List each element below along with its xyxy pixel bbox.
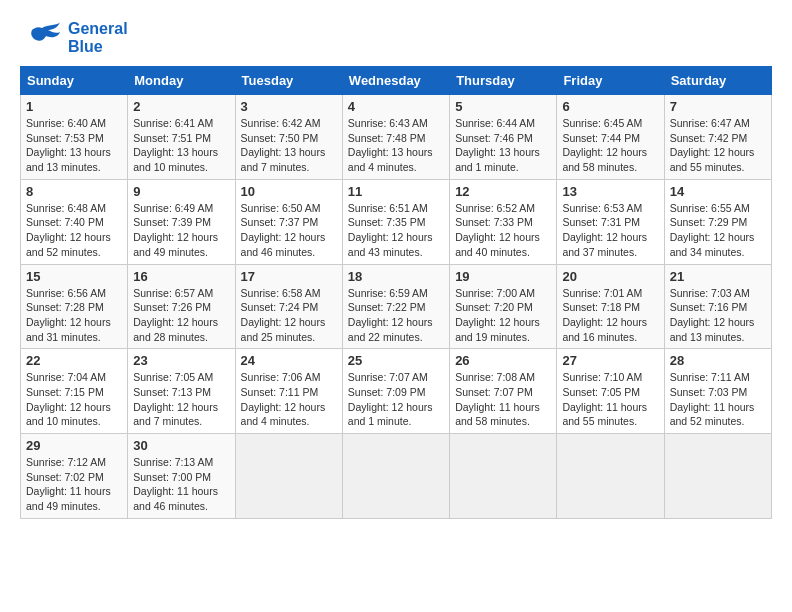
day-info: Sunrise: 7:06 AM Sunset: 7:11 PM Dayligh… — [241, 370, 337, 429]
day-info: Sunrise: 6:58 AM Sunset: 7:24 PM Dayligh… — [241, 286, 337, 345]
logo-icon — [20, 20, 64, 56]
day-number: 3 — [241, 99, 337, 114]
calendar-cell: 10Sunrise: 6:50 AM Sunset: 7:37 PM Dayli… — [235, 179, 342, 264]
day-number: 17 — [241, 269, 337, 284]
day-info: Sunrise: 6:44 AM Sunset: 7:46 PM Dayligh… — [455, 116, 551, 175]
day-info: Sunrise: 6:59 AM Sunset: 7:22 PM Dayligh… — [348, 286, 444, 345]
day-number: 11 — [348, 184, 444, 199]
day-info: Sunrise: 7:08 AM Sunset: 7:07 PM Dayligh… — [455, 370, 551, 429]
calendar-cell: 13Sunrise: 6:53 AM Sunset: 7:31 PM Dayli… — [557, 179, 664, 264]
calendar-cell: 25Sunrise: 7:07 AM Sunset: 7:09 PM Dayli… — [342, 349, 449, 434]
calendar-cell: 21Sunrise: 7:03 AM Sunset: 7:16 PM Dayli… — [664, 264, 771, 349]
calendar-week-row: 1Sunrise: 6:40 AM Sunset: 7:53 PM Daylig… — [21, 95, 772, 180]
day-info: Sunrise: 7:03 AM Sunset: 7:16 PM Dayligh… — [670, 286, 766, 345]
weekday-header-wednesday: Wednesday — [342, 67, 449, 95]
day-info: Sunrise: 6:52 AM Sunset: 7:33 PM Dayligh… — [455, 201, 551, 260]
day-info: Sunrise: 6:49 AM Sunset: 7:39 PM Dayligh… — [133, 201, 229, 260]
day-info: Sunrise: 7:07 AM Sunset: 7:09 PM Dayligh… — [348, 370, 444, 429]
day-info: Sunrise: 6:51 AM Sunset: 7:35 PM Dayligh… — [348, 201, 444, 260]
day-number: 16 — [133, 269, 229, 284]
calendar-cell: 14Sunrise: 6:55 AM Sunset: 7:29 PM Dayli… — [664, 179, 771, 264]
day-info: Sunrise: 6:56 AM Sunset: 7:28 PM Dayligh… — [26, 286, 122, 345]
day-number: 6 — [562, 99, 658, 114]
day-number: 13 — [562, 184, 658, 199]
calendar-cell: 26Sunrise: 7:08 AM Sunset: 7:07 PM Dayli… — [450, 349, 557, 434]
weekday-header-monday: Monday — [128, 67, 235, 95]
day-number: 20 — [562, 269, 658, 284]
calendar-table: SundayMondayTuesdayWednesdayThursdayFrid… — [20, 66, 772, 519]
day-info: Sunrise: 6:45 AM Sunset: 7:44 PM Dayligh… — [562, 116, 658, 175]
calendar-cell — [450, 434, 557, 519]
weekday-header-row: SundayMondayTuesdayWednesdayThursdayFrid… — [21, 67, 772, 95]
weekday-header-tuesday: Tuesday — [235, 67, 342, 95]
day-info: Sunrise: 7:11 AM Sunset: 7:03 PM Dayligh… — [670, 370, 766, 429]
day-info: Sunrise: 7:13 AM Sunset: 7:00 PM Dayligh… — [133, 455, 229, 514]
day-info: Sunrise: 7:01 AM Sunset: 7:18 PM Dayligh… — [562, 286, 658, 345]
calendar-cell: 22Sunrise: 7:04 AM Sunset: 7:15 PM Dayli… — [21, 349, 128, 434]
calendar-week-row: 15Sunrise: 6:56 AM Sunset: 7:28 PM Dayli… — [21, 264, 772, 349]
calendar-cell: 19Sunrise: 7:00 AM Sunset: 7:20 PM Dayli… — [450, 264, 557, 349]
calendar-cell: 7Sunrise: 6:47 AM Sunset: 7:42 PM Daylig… — [664, 95, 771, 180]
calendar-cell: 4Sunrise: 6:43 AM Sunset: 7:48 PM Daylig… — [342, 95, 449, 180]
day-info: Sunrise: 7:10 AM Sunset: 7:05 PM Dayligh… — [562, 370, 658, 429]
calendar-cell: 29Sunrise: 7:12 AM Sunset: 7:02 PM Dayli… — [21, 434, 128, 519]
day-number: 10 — [241, 184, 337, 199]
day-info: Sunrise: 6:47 AM Sunset: 7:42 PM Dayligh… — [670, 116, 766, 175]
day-number: 15 — [26, 269, 122, 284]
day-info: Sunrise: 6:42 AM Sunset: 7:50 PM Dayligh… — [241, 116, 337, 175]
day-number: 27 — [562, 353, 658, 368]
calendar-cell: 27Sunrise: 7:10 AM Sunset: 7:05 PM Dayli… — [557, 349, 664, 434]
weekday-header-thursday: Thursday — [450, 67, 557, 95]
calendar-cell: 30Sunrise: 7:13 AM Sunset: 7:00 PM Dayli… — [128, 434, 235, 519]
calendar-cell: 12Sunrise: 6:52 AM Sunset: 7:33 PM Dayli… — [450, 179, 557, 264]
day-number: 14 — [670, 184, 766, 199]
day-info: Sunrise: 7:12 AM Sunset: 7:02 PM Dayligh… — [26, 455, 122, 514]
calendar-week-row: 29Sunrise: 7:12 AM Sunset: 7:02 PM Dayli… — [21, 434, 772, 519]
day-number: 18 — [348, 269, 444, 284]
calendar-cell — [664, 434, 771, 519]
calendar-cell: 16Sunrise: 6:57 AM Sunset: 7:26 PM Dayli… — [128, 264, 235, 349]
day-info: Sunrise: 6:57 AM Sunset: 7:26 PM Dayligh… — [133, 286, 229, 345]
weekday-header-friday: Friday — [557, 67, 664, 95]
day-info: Sunrise: 6:43 AM Sunset: 7:48 PM Dayligh… — [348, 116, 444, 175]
day-info: Sunrise: 6:53 AM Sunset: 7:31 PM Dayligh… — [562, 201, 658, 260]
calendar-cell: 18Sunrise: 6:59 AM Sunset: 7:22 PM Dayli… — [342, 264, 449, 349]
day-number: 26 — [455, 353, 551, 368]
header: General Blue — [20, 20, 772, 56]
day-number: 12 — [455, 184, 551, 199]
day-number: 24 — [241, 353, 337, 368]
day-number: 19 — [455, 269, 551, 284]
calendar-cell: 24Sunrise: 7:06 AM Sunset: 7:11 PM Dayli… — [235, 349, 342, 434]
day-number: 21 — [670, 269, 766, 284]
day-number: 22 — [26, 353, 122, 368]
day-number: 30 — [133, 438, 229, 453]
day-info: Sunrise: 6:50 AM Sunset: 7:37 PM Dayligh… — [241, 201, 337, 260]
day-number: 2 — [133, 99, 229, 114]
calendar-cell: 5Sunrise: 6:44 AM Sunset: 7:46 PM Daylig… — [450, 95, 557, 180]
day-number: 23 — [133, 353, 229, 368]
day-number: 28 — [670, 353, 766, 368]
calendar-cell: 8Sunrise: 6:48 AM Sunset: 7:40 PM Daylig… — [21, 179, 128, 264]
calendar-cell — [342, 434, 449, 519]
calendar-week-row: 8Sunrise: 6:48 AM Sunset: 7:40 PM Daylig… — [21, 179, 772, 264]
calendar-cell: 1Sunrise: 6:40 AM Sunset: 7:53 PM Daylig… — [21, 95, 128, 180]
calendar-cell: 9Sunrise: 6:49 AM Sunset: 7:39 PM Daylig… — [128, 179, 235, 264]
logo: General Blue — [20, 20, 128, 56]
day-number: 1 — [26, 99, 122, 114]
day-info: Sunrise: 6:55 AM Sunset: 7:29 PM Dayligh… — [670, 201, 766, 260]
calendar-cell: 20Sunrise: 7:01 AM Sunset: 7:18 PM Dayli… — [557, 264, 664, 349]
day-info: Sunrise: 7:05 AM Sunset: 7:13 PM Dayligh… — [133, 370, 229, 429]
day-number: 5 — [455, 99, 551, 114]
calendar-cell — [557, 434, 664, 519]
calendar-cell: 3Sunrise: 6:42 AM Sunset: 7:50 PM Daylig… — [235, 95, 342, 180]
calendar-cell: 28Sunrise: 7:11 AM Sunset: 7:03 PM Dayli… — [664, 349, 771, 434]
calendar-cell: 2Sunrise: 6:41 AM Sunset: 7:51 PM Daylig… — [128, 95, 235, 180]
calendar-cell: 11Sunrise: 6:51 AM Sunset: 7:35 PM Dayli… — [342, 179, 449, 264]
weekday-header-sunday: Sunday — [21, 67, 128, 95]
calendar-cell: 17Sunrise: 6:58 AM Sunset: 7:24 PM Dayli… — [235, 264, 342, 349]
day-number: 25 — [348, 353, 444, 368]
day-number: 9 — [133, 184, 229, 199]
day-info: Sunrise: 6:41 AM Sunset: 7:51 PM Dayligh… — [133, 116, 229, 175]
calendar-cell: 15Sunrise: 6:56 AM Sunset: 7:28 PM Dayli… — [21, 264, 128, 349]
weekday-header-saturday: Saturday — [664, 67, 771, 95]
